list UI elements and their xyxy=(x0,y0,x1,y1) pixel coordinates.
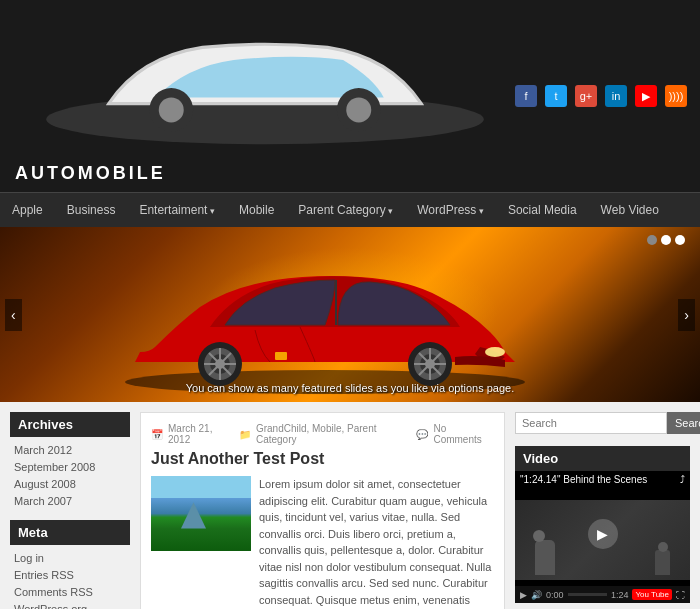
main-content: Archives March 2012 September 2008 Augus… xyxy=(0,402,700,609)
nav-link-mobile[interactable]: Mobile xyxy=(227,193,286,227)
play-button[interactable]: ▶ xyxy=(588,519,618,549)
linkedin-icon[interactable]: in xyxy=(605,85,627,107)
list-item: Comments RSS xyxy=(14,585,126,599)
nav-link-social[interactable]: Social Media xyxy=(496,193,589,227)
nav-item-apple[interactable]: Apple xyxy=(0,193,55,227)
nav-item-web-video[interactable]: Web Video xyxy=(589,193,671,227)
archives-list: March 2012 September 2008 August 2008 Ma… xyxy=(10,443,130,508)
video-clip-title: "1:24.14" Behind the Scenes ⤴ xyxy=(515,471,690,488)
list-item: March 2007 xyxy=(14,494,126,508)
meta-login[interactable]: Log in xyxy=(14,552,44,564)
archive-link-sep2008[interactable]: September 2008 xyxy=(14,461,95,473)
nav-link-entertainment[interactable]: Entertaiment xyxy=(127,193,227,227)
social-icons: f t g+ in ▶ )))) xyxy=(515,85,687,107)
meta-widget: Meta Log in Entries RSS Comments RSS Wor… xyxy=(10,520,130,609)
youtube-icon[interactable]: You Tube xyxy=(632,589,672,600)
nav-link-parent[interactable]: Parent Category xyxy=(286,193,405,227)
video-player: "1:24.14" Behind the Scenes ⤴ ▶ xyxy=(515,471,690,586)
nav-item-parent-category[interactable]: Parent Category xyxy=(286,193,405,227)
nav-item-entertainment[interactable]: Entertaiment xyxy=(127,193,227,227)
nav-link-apple[interactable]: Apple xyxy=(0,193,55,227)
post-excerpt-1: Lorem ipsum dolor sit amet, consectetuer… xyxy=(259,476,494,609)
archive-link-aug2008[interactable]: August 2008 xyxy=(14,478,76,490)
nav-item-mobile[interactable]: Mobile xyxy=(227,193,286,227)
video-title: Video xyxy=(515,446,690,471)
fullscreen-icon[interactable]: ⛶ xyxy=(676,590,685,600)
list-item: March 2012 xyxy=(14,443,126,457)
comment-icon: 💬 xyxy=(416,429,428,440)
slider-dots xyxy=(647,235,685,245)
video-controls: ▶ 🔊 0:00 1:24 You Tube ⛶ xyxy=(515,586,690,603)
svg-point-7 xyxy=(485,347,505,357)
meta-comments-rss[interactable]: Comments RSS xyxy=(14,586,93,598)
nav-link-wordpress[interactable]: WordPress xyxy=(405,193,496,227)
googleplus-icon[interactable]: g+ xyxy=(575,85,597,107)
nav-link-business[interactable]: Business xyxy=(55,193,128,227)
calendar-icon: 📅 xyxy=(151,429,163,440)
nav-item-wordpress[interactable]: WordPress xyxy=(405,193,496,227)
slider-car-image xyxy=(100,242,550,397)
search-box: Search xyxy=(515,412,690,434)
archives-title: Archives xyxy=(10,412,130,437)
video-duration: 1:24 xyxy=(611,590,629,600)
slide-dot-1[interactable] xyxy=(647,235,657,245)
volume-icon[interactable]: 🔊 xyxy=(531,590,542,600)
post-1: 📅 March 21, 2012 📁 GrandChild, Mobile, P… xyxy=(140,412,505,609)
nav-item-business[interactable]: Business xyxy=(55,193,128,227)
meta-entries-rss[interactable]: Entries RSS xyxy=(14,569,74,581)
post-title-1: Just Another Test Post xyxy=(151,450,494,468)
svg-point-2 xyxy=(159,97,184,122)
logo-text: AUTOMOBILE xyxy=(15,163,166,184)
play-control-icon[interactable]: ▶ xyxy=(520,590,527,600)
posts-area: 📅 March 21, 2012 📁 GrandChild, Mobile, P… xyxy=(140,412,505,609)
slider-prev-button[interactable]: ‹ xyxy=(5,299,22,331)
slide-dot-2[interactable] xyxy=(661,235,671,245)
nav-item-social-media[interactable]: Social Media xyxy=(496,193,589,227)
archive-link-mar2007[interactable]: March 2007 xyxy=(14,495,72,507)
meta-wporg[interactable]: WordPress.org xyxy=(14,603,87,609)
nav-link-webvideo[interactable]: Web Video xyxy=(589,193,671,227)
meta-title: Meta xyxy=(10,520,130,545)
slider-caption: You can show as many featured slides as … xyxy=(186,382,515,394)
share-icon[interactable]: ⤴ xyxy=(680,474,685,485)
list-item: August 2008 xyxy=(14,477,126,491)
post-body-1: Lorem ipsum dolor sit amet, consectetuer… xyxy=(151,476,494,609)
video-time: 0:00 xyxy=(546,590,564,600)
rss-icon[interactable]: )))) xyxy=(665,85,687,107)
post-categories-1[interactable]: GrandChild, Mobile, Parent Category xyxy=(256,423,412,445)
sidebar-left: Archives March 2012 September 2008 Augus… xyxy=(10,412,130,609)
archive-link-march2012[interactable]: March 2012 xyxy=(14,444,72,456)
slider: ‹ › You can show as many featured slides… xyxy=(0,227,700,402)
video-progress-bar[interactable] xyxy=(568,593,607,596)
list-item: September 2008 xyxy=(14,460,126,474)
post-thumbnail-1 xyxy=(151,476,251,551)
list-item: WordPress.org xyxy=(14,602,126,609)
slider-next-button[interactable]: › xyxy=(678,299,695,331)
video-widget: Video "1:24.14" Behind the Scenes ⤴ ▶ ▶ xyxy=(515,446,690,603)
meta-list: Log in Entries RSS Comments RSS WordPres… xyxy=(10,551,130,609)
youtube-icon[interactable]: ▶ xyxy=(635,85,657,107)
search-input[interactable] xyxy=(515,412,667,434)
list-item: Entries RSS xyxy=(14,568,126,582)
svg-rect-24 xyxy=(275,352,287,360)
svg-point-4 xyxy=(346,97,371,122)
search-button[interactable]: Search xyxy=(667,412,700,434)
header: AUTOMOBILE f t g+ in ▶ )))) xyxy=(0,0,700,192)
post-comments-1[interactable]: No Comments xyxy=(433,423,494,445)
logo-car-icon xyxy=(15,8,515,168)
twitter-icon[interactable]: t xyxy=(545,85,567,107)
folder-icon: 📁 xyxy=(239,429,251,440)
nav: Apple Business Entertaiment Mobile Paren… xyxy=(0,192,700,227)
logo: AUTOMOBILE xyxy=(15,8,515,184)
post-meta-1: 📅 March 21, 2012 📁 GrandChild, Mobile, P… xyxy=(151,423,494,445)
list-item: Log in xyxy=(14,551,126,565)
facebook-icon[interactable]: f xyxy=(515,85,537,107)
slide-dot-3[interactable] xyxy=(675,235,685,245)
archives-widget: Archives March 2012 September 2008 Augus… xyxy=(10,412,130,508)
sidebar-right: Search Video "1:24.14" Behind the Scenes… xyxy=(515,412,690,609)
post-date-1: March 21, 2012 xyxy=(168,423,234,445)
